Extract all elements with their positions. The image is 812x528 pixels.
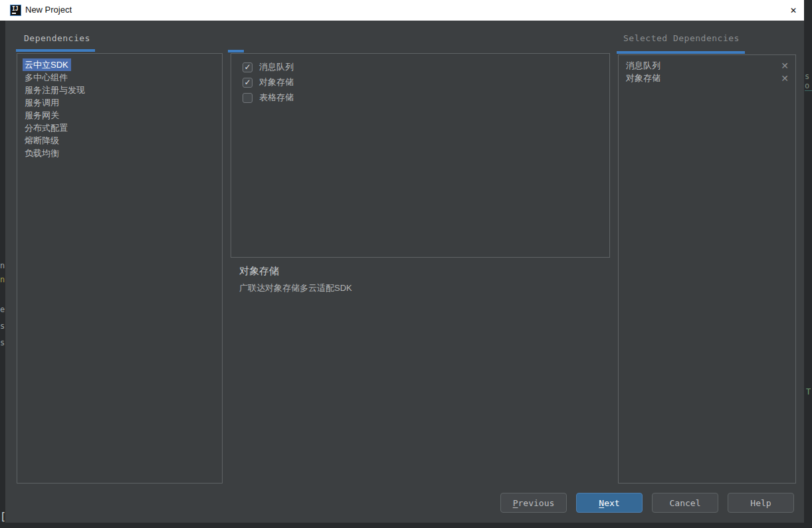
selected-dependency-row: 对象存储 ✕ bbox=[619, 72, 795, 84]
list-item-category[interactable]: 熔断降级 bbox=[17, 134, 222, 147]
selected-dependency-label: 对象存储 bbox=[626, 72, 660, 84]
dependency-category-list: 云中立SDK 多中心组件 服务注册与发现 服务调用 服务网关 分布式配置 熔断降… bbox=[17, 53, 223, 484]
list-item-category[interactable]: 服务注册与发现 bbox=[17, 84, 222, 96]
selected-dependencies-header: Selected Dependencies bbox=[623, 33, 740, 43]
list-item-category[interactable]: 云中立SDK bbox=[17, 58, 222, 71]
options-tab-indicator bbox=[228, 50, 244, 52]
option-detail-description: 广联达对象存储多云适配SDK bbox=[239, 282, 352, 294]
new-project-dialog: Dependencies Selected Dependencies 云中立SD… bbox=[5, 21, 804, 523]
bg-text-fragment: n bbox=[0, 275, 5, 284]
checkbox-label: 对象存储 bbox=[259, 76, 294, 88]
window-titlebar: IJ New Project ✕ bbox=[0, 0, 804, 21]
list-item-category[interactable]: 服务调用 bbox=[17, 96, 222, 109]
bg-text-fragment: T bbox=[806, 387, 811, 396]
bg-text-fragment: s bbox=[0, 338, 5, 347]
dependency-options-panel: ✓ 消息队列 ✓ 对象存储 表格存储 bbox=[231, 53, 610, 258]
checkbox-row[interactable]: ✓ 对象存储 bbox=[243, 75, 609, 90]
checkbox-checked-icon[interactable]: ✓ bbox=[243, 62, 253, 72]
screen: n n e s s s o T [ IJ New Project ✕ Depen… bbox=[0, 0, 812, 528]
bg-text-fragment: s bbox=[0, 321, 5, 331]
help-button[interactable]: Help bbox=[728, 493, 794, 513]
cancel-button[interactable]: Cancel bbox=[652, 493, 718, 513]
bg-text-fragment: n bbox=[0, 261, 5, 270]
bg-text-fragment: e bbox=[0, 305, 5, 314]
option-detail-title: 对象存储 bbox=[239, 265, 279, 278]
selected-dependency-row: 消息队列 ✕ bbox=[619, 59, 795, 72]
checkbox-row[interactable]: 表格存储 bbox=[243, 90, 609, 105]
remove-icon[interactable]: ✕ bbox=[781, 60, 789, 71]
selected-dependencies-panel: 消息队列 ✕ 对象存储 ✕ bbox=[618, 54, 796, 484]
window-title: New Project bbox=[25, 5, 72, 15]
close-icon[interactable]: ✕ bbox=[783, 0, 804, 21]
dependencies-tab-indicator bbox=[16, 49, 95, 52]
list-item-category[interactable]: 分布式配置 bbox=[17, 122, 222, 134]
previous-button[interactable]: Previous bbox=[500, 493, 567, 513]
bg-text-fragment: s o bbox=[805, 72, 812, 91]
list-item-category[interactable]: 服务网关 bbox=[17, 109, 222, 122]
checkbox-label: 表格存储 bbox=[259, 92, 294, 104]
checkbox-unchecked-icon[interactable] bbox=[243, 93, 253, 103]
remove-icon[interactable]: ✕ bbox=[781, 73, 789, 84]
dialog-footer: Previous Next Cancel Help bbox=[500, 493, 794, 513]
checkbox-row[interactable]: ✓ 消息队列 bbox=[243, 60, 609, 74]
list-item-category[interactable]: 负载均衡 bbox=[17, 147, 222, 159]
selected-tab-indicator bbox=[617, 51, 745, 54]
list-item-category[interactable]: 多中心组件 bbox=[17, 71, 222, 84]
checkbox-label: 消息队列 bbox=[259, 61, 294, 73]
intellij-logo-icon: IJ bbox=[10, 5, 21, 16]
selected-dependency-label: 消息队列 bbox=[626, 60, 660, 72]
checkbox-checked-icon[interactable]: ✓ bbox=[243, 78, 253, 88]
next-button[interactable]: Next bbox=[576, 493, 643, 513]
dependencies-header: Dependencies bbox=[24, 33, 90, 43]
